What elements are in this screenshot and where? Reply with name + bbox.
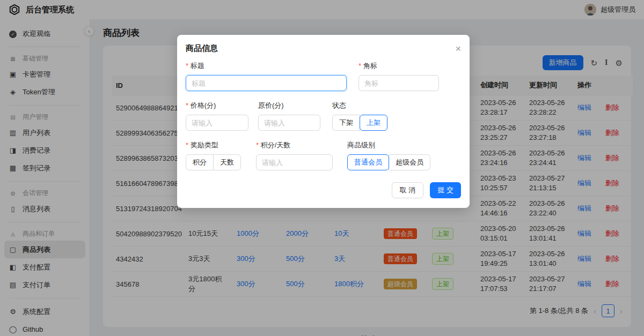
- product-info-modal: 商品信息 × 标题 角标 价格(分) 原价(分) 状态 下架 上架: [177, 35, 470, 208]
- badge-label: 角标: [358, 61, 439, 71]
- level-radio-group: 普通会员 超级会员: [347, 154, 430, 170]
- reward-days-option[interactable]: 天数: [213, 154, 241, 170]
- field-reward-type: 奖励类型 积分 天数: [186, 140, 241, 170]
- original-price-label: 原价(分): [258, 101, 320, 110]
- reward-type-label: 奖励类型: [186, 140, 241, 150]
- reward-points-option[interactable]: 积分: [186, 154, 214, 170]
- field-title: 标题: [186, 61, 347, 91]
- title-input[interactable]: [186, 75, 347, 91]
- modal-title: 商品信息: [186, 43, 218, 54]
- badge-input[interactable]: [358, 75, 439, 91]
- points-days-label: 积分/天数: [256, 140, 333, 150]
- field-price: 价格(分): [186, 101, 248, 131]
- status-on-option[interactable]: 上架: [360, 115, 387, 131]
- submit-button[interactable]: 提 交: [430, 182, 461, 198]
- field-level: 商品级别 普通会员 超级会员: [347, 140, 430, 170]
- level-super-option[interactable]: 超级会员: [389, 154, 430, 170]
- level-label: 商品级别: [347, 140, 430, 150]
- title-label: 标题: [186, 61, 347, 71]
- field-points-days: 积分/天数: [256, 140, 333, 170]
- status-radio-group: 下架 上架: [332, 115, 387, 131]
- field-original-price: 原价(分): [258, 101, 320, 131]
- original-price-input[interactable]: [258, 115, 320, 131]
- field-badge: 角标: [358, 61, 439, 91]
- level-normal-option[interactable]: 普通会员: [347, 154, 389, 170]
- status-label: 状态: [332, 101, 387, 110]
- cancel-button[interactable]: 取 消: [392, 182, 424, 198]
- price-label: 价格(分): [186, 101, 248, 110]
- points-days-input[interactable]: [256, 154, 333, 170]
- close-icon[interactable]: ×: [455, 44, 461, 54]
- status-off-option[interactable]: 下架: [332, 115, 360, 131]
- reward-type-radio-group: 积分 天数: [186, 154, 241, 170]
- price-input[interactable]: [186, 115, 248, 131]
- field-status: 状态 下架 上架: [332, 101, 387, 131]
